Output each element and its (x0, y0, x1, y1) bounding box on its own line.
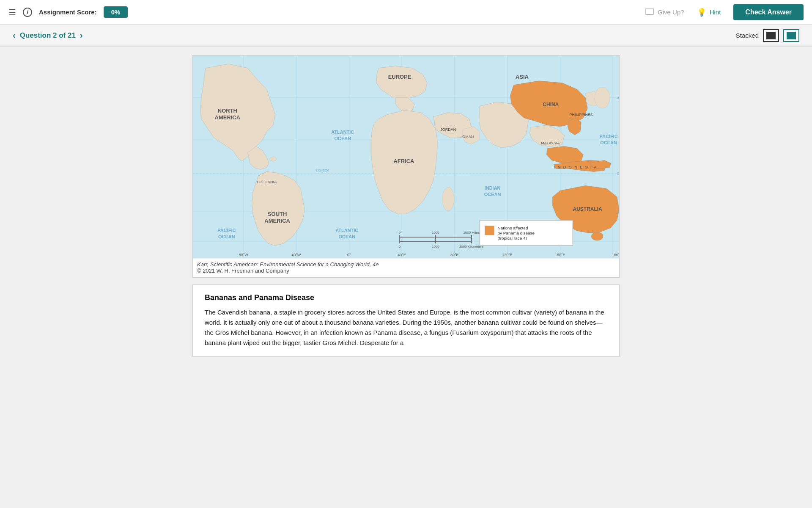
check-answer-button[interactable]: Check Answer (733, 4, 804, 20)
menu-icon[interactable]: ☰ (8, 7, 16, 17)
stacked-view-button[interactable] (763, 29, 779, 42)
split-view-button[interactable] (783, 29, 799, 42)
svg-text:INDIAN: INDIAN (485, 185, 501, 190)
svg-text:ATLANTIC: ATLANTIC (331, 130, 354, 135)
info-icon[interactable]: i (23, 8, 32, 17)
stacked-label: Stacked (736, 32, 759, 39)
svg-text:0°: 0° (347, 253, 351, 257)
svg-text:OCEAN: OCEAN (484, 192, 501, 197)
question-label: Question 2 of 21 (20, 31, 76, 40)
svg-text:120°E: 120°E (502, 253, 513, 257)
svg-text:40°N: 40°N (617, 96, 619, 100)
svg-text:160°E: 160°E (612, 253, 619, 257)
world-map-svg: NORTH AMERICA SOUTH AMERICA EUROPE AFRIC… (193, 55, 619, 258)
hint-button[interactable]: 💡 Hint (697, 8, 721, 17)
header: ☰ i Assignment Score: 0% Give Up? 💡 Hint… (0, 0, 812, 25)
svg-text:ATLANTIC: ATLANTIC (335, 228, 358, 233)
svg-text:OCEAN: OCEAN (334, 136, 351, 141)
svg-text:160°E: 160°E (555, 253, 565, 257)
svg-point-15 (270, 157, 277, 161)
svg-text:1000: 1000 (432, 231, 439, 235)
score-badge: 0% (104, 6, 128, 18)
svg-text:OCEAN: OCEAN (218, 234, 235, 239)
svg-text:AMERICA: AMERICA (215, 114, 241, 121)
caption-line2: © 2021 W. H. Freeman and Company (197, 268, 615, 274)
svg-text:Equator: Equator (316, 168, 329, 172)
bulb-icon: 💡 (697, 8, 706, 17)
sub-header: ‹ Question 2 of 21 › Stacked (0, 25, 812, 47)
svg-text:JORDAN: JORDAN (440, 127, 456, 132)
svg-text:PACIFIC: PACIFIC (217, 228, 236, 233)
hint-label: Hint (710, 8, 721, 16)
svg-text:PHILIPPINES: PHILIPPINES (570, 113, 593, 117)
svg-text:0: 0 (399, 245, 401, 248)
svg-text:AUSTRALIA: AUSTRALIA (573, 206, 603, 212)
svg-point-16 (595, 87, 610, 108)
assignment-label: Assignment Score: (39, 8, 97, 16)
svg-rect-71 (485, 226, 494, 235)
map-caption: Karr, Scientific American: Environmental… (193, 258, 619, 277)
svg-text:I N D O N E S I A: I N D O N E S I A (554, 165, 598, 169)
svg-text:by Panama disease: by Panama disease (498, 231, 535, 235)
map-image: NORTH AMERICA SOUTH AMERICA EUROPE AFRIC… (193, 55, 619, 258)
svg-text:Nations affected: Nations affected (498, 226, 528, 230)
svg-point-17 (591, 232, 603, 240)
give-up-label: Give Up? (658, 8, 684, 16)
svg-text:OCEAN: OCEAN (338, 234, 355, 239)
svg-text:MALAYSIA: MALAYSIA (541, 141, 560, 145)
chat-icon (645, 8, 654, 17)
svg-text:AMERICA: AMERICA (264, 218, 290, 224)
svg-text:40°S: 40°S (617, 210, 619, 214)
nav-arrows: ‹ Question 2 of 21 › (13, 30, 83, 40)
svg-text:EUROPE: EUROPE (388, 74, 411, 80)
caption-italic: Karr, Scientific American: Environmental… (197, 261, 379, 268)
svg-text:0°: 0° (617, 171, 619, 176)
svg-text:1000: 1000 (432, 245, 439, 248)
svg-text:NORTH: NORTH (218, 108, 237, 114)
map-container: NORTH AMERICA SOUTH AMERICA EUROPE AFRIC… (192, 55, 620, 278)
article-body-text: The Cavendish banana, a staple in grocer… (205, 309, 604, 346)
header-right: Give Up? 💡 Hint Check Answer (645, 4, 804, 20)
stacked-icon (766, 32, 776, 39)
svg-text:AFRICA: AFRICA (394, 158, 415, 164)
svg-text:80°W: 80°W (239, 253, 249, 257)
svg-text:2000 Miles: 2000 Miles (463, 231, 480, 235)
prev-question-button[interactable]: ‹ (13, 30, 16, 40)
svg-text:SOUTH: SOUTH (268, 211, 287, 217)
split-icon (787, 32, 796, 39)
svg-text:COLOMBIA: COLOMBIA (257, 180, 277, 184)
svg-text:40°W: 40°W (292, 253, 302, 257)
svg-text:OCEAN: OCEAN (600, 140, 617, 145)
svg-text:40°E: 40°E (398, 253, 406, 257)
svg-text:OMAN: OMAN (462, 135, 474, 139)
svg-text:CHINA: CHINA (543, 102, 559, 108)
article-content: Bananas and Panama Disease The Cavendish… (192, 284, 620, 357)
svg-text:ASIA: ASIA (516, 74, 529, 80)
main-content: NORTH AMERICA SOUTH AMERICA EUROPE AFRIC… (0, 47, 812, 365)
next-question-button[interactable]: › (80, 30, 83, 40)
svg-text:(tropical race 4): (tropical race 4) (498, 236, 527, 240)
svg-text:0: 0 (399, 231, 401, 235)
svg-text:80°E: 80°E (450, 253, 459, 257)
article-body: The Cavendish banana, a staple in grocer… (205, 307, 607, 348)
svg-text:PACIFIC: PACIFIC (600, 134, 618, 139)
give-up-button[interactable]: Give Up? (645, 8, 684, 17)
article-title: Bananas and Panama Disease (205, 293, 607, 302)
stacked-controls: Stacked (736, 29, 799, 42)
caption-line1: Karr, Scientific American: Environmental… (197, 261, 615, 268)
header-left: ☰ i Assignment Score: 0% (8, 6, 645, 18)
svg-point-18 (442, 187, 454, 211)
